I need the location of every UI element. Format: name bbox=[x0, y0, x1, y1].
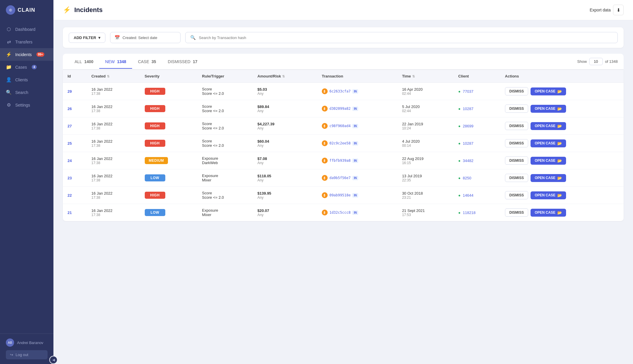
incident-id-link[interactable]: 23 bbox=[68, 176, 72, 180]
search-input[interactable] bbox=[199, 36, 613, 40]
tab-dismissed[interactable]: DISMISSED17 bbox=[162, 55, 203, 68]
sidebar-collapse-button[interactable]: ◀ bbox=[49, 356, 58, 364]
open-case-button[interactable]: OPEN CASE 📂 bbox=[531, 122, 566, 130]
rule-sub: Mixer bbox=[202, 178, 248, 182]
dismiss-button[interactable]: DISMISS bbox=[505, 105, 528, 113]
logout-icon: ↪ bbox=[10, 353, 13, 357]
tab-all[interactable]: ALL1400 bbox=[69, 55, 99, 68]
cell-severity: HIGH bbox=[140, 135, 197, 152]
dismiss-button[interactable]: DISMISS bbox=[505, 156, 528, 165]
time-time: 10:24 bbox=[402, 126, 449, 130]
sidebar-item-dashboard[interactable]: ⬡ Dashboard bbox=[0, 23, 53, 36]
amount-sub: Any bbox=[257, 144, 312, 148]
dismiss-button[interactable]: DISMISS bbox=[505, 208, 528, 217]
sort-icon[interactable]: ⇅ bbox=[282, 75, 285, 78]
cell-created: 16 Jan 2022 17:38 bbox=[87, 83, 140, 100]
col-amount-risk: Amount/Risk⇅ bbox=[253, 70, 317, 83]
incident-id-link[interactable]: 29 bbox=[68, 89, 72, 94]
col-actions: Actions bbox=[500, 70, 624, 83]
incident-id-link[interactable]: 25 bbox=[68, 141, 72, 146]
open-case-button[interactable]: OPEN CASE 📂 bbox=[531, 157, 566, 165]
open-case-button[interactable]: OPEN CASE 📂 bbox=[531, 174, 566, 182]
calendar-icon: 📅 bbox=[115, 35, 120, 40]
incident-id-link[interactable]: 21 bbox=[68, 210, 72, 215]
tx-hash[interactable]: 1d32c5ccc8 bbox=[329, 210, 351, 215]
cell-id: 29 bbox=[63, 83, 87, 100]
cell-time: 16 Apr 2020 02:44 bbox=[397, 83, 453, 100]
table-row: 25 16 Jan 2022 17:38 HIGH Score Score <=… bbox=[63, 135, 624, 152]
rule-name: Score bbox=[202, 104, 212, 109]
tx-hash[interactable]: ffbfb939a8 bbox=[329, 159, 351, 163]
open-case-button[interactable]: OPEN CASE 📂 bbox=[531, 209, 566, 217]
dismiss-button[interactable]: DISMISS bbox=[505, 174, 528, 182]
severity-badge: MEDIUM bbox=[145, 157, 168, 164]
table-row: 29 16 Jan 2022 17:38 HIGH Score Score <=… bbox=[63, 83, 624, 100]
sort-icon[interactable]: ⇅ bbox=[107, 75, 110, 78]
show-count-input[interactable] bbox=[589, 58, 603, 65]
sidebar-item-search[interactable]: 🔍 Search bbox=[0, 86, 53, 99]
cell-actions: DISMISS OPEN CASE 📂 bbox=[500, 83, 624, 100]
cell-client: ● 77037 bbox=[454, 83, 500, 100]
logout-button[interactable]: ↪ Log out bbox=[6, 350, 48, 359]
time-time: 22:35 bbox=[402, 178, 449, 182]
cell-actions: DISMISS OPEN CASE 📂 bbox=[500, 169, 624, 187]
open-case-button[interactable]: OPEN CASE 📂 bbox=[531, 139, 566, 147]
cell-time: 4 Jul 2020 00:14 bbox=[397, 135, 453, 152]
sidebar-item-clients[interactable]: 👤 Clients bbox=[0, 73, 53, 86]
incident-id-link[interactable]: 22 bbox=[68, 193, 72, 198]
tx-hash[interactable]: c98f960ad4 bbox=[329, 124, 351, 128]
tx-hash[interactable]: 02c9c2ee58 bbox=[329, 141, 351, 145]
incident-id-link[interactable]: 24 bbox=[68, 159, 72, 163]
open-case-button[interactable]: OPEN CASE 📂 bbox=[531, 191, 566, 199]
time-date: 30 Oct 2018 bbox=[402, 191, 423, 196]
bitcoin-icon: ₿ bbox=[322, 106, 328, 112]
export-icon: ⬇ bbox=[613, 5, 624, 15]
client-id-link[interactable]: 28699 bbox=[463, 124, 473, 128]
client-id-link[interactable]: 34482 bbox=[463, 159, 473, 163]
dismiss-button[interactable]: DISMISS bbox=[505, 191, 528, 199]
client-id-link[interactable]: 10287 bbox=[463, 141, 473, 146]
tab-new[interactable]: NEW1348 bbox=[99, 55, 132, 69]
tx-direction: IN bbox=[352, 124, 358, 128]
add-filter-button[interactable]: ADD FILTER ▾ bbox=[69, 33, 105, 43]
open-case-button[interactable]: OPEN CASE 📂 bbox=[531, 105, 566, 113]
tx-hash[interactable]: 6c2633cfa7 bbox=[329, 89, 351, 93]
tx-hash[interactable]: d302099a82 bbox=[329, 107, 351, 111]
dismiss-button[interactable]: DISMISS bbox=[505, 87, 528, 95]
tx-hash[interactable]: 09ab99518e bbox=[329, 193, 351, 197]
rule-sub: DarkWeb bbox=[202, 161, 248, 165]
client-id-link[interactable]: 10287 bbox=[463, 107, 473, 111]
cell-transaction: ₿ da9b5f56e7 IN bbox=[317, 169, 397, 187]
sidebar-item-cases[interactable]: 📁 Cases 4 bbox=[0, 61, 53, 73]
cell-rule: Score Score <= 2.0 bbox=[197, 117, 253, 135]
dismiss-button[interactable]: DISMISS bbox=[505, 122, 528, 130]
cell-transaction: ₿ 1d32c5ccc8 IN bbox=[317, 204, 397, 221]
date-filter[interactable]: 📅 Created: Select date bbox=[110, 32, 181, 43]
client-id-link[interactable]: 118218 bbox=[463, 210, 475, 215]
open-case-icon: 📂 bbox=[557, 210, 562, 215]
open-case-icon: 📂 bbox=[557, 89, 562, 94]
rule-name: Score bbox=[202, 87, 212, 91]
col-id: Id bbox=[63, 70, 87, 83]
export-button[interactable]: Export data ⬇ bbox=[590, 5, 624, 15]
time-time: 02:44 bbox=[402, 92, 449, 96]
sidebar-item-incidents[interactable]: ⚡ Incidents 99+ bbox=[0, 48, 53, 61]
tab-dismissed-count: 17 bbox=[193, 59, 198, 64]
cell-client: ● 28699 bbox=[454, 117, 500, 135]
client-id-link[interactable]: 14644 bbox=[463, 193, 473, 198]
sidebar-item-transfers[interactable]: ⇄ Transfers bbox=[0, 36, 53, 48]
client-id-link[interactable]: 77037 bbox=[463, 89, 473, 94]
incident-id-link[interactable]: 26 bbox=[68, 107, 72, 111]
incident-id-link[interactable]: 27 bbox=[68, 124, 72, 128]
sort-icon[interactable]: ⇅ bbox=[412, 75, 415, 78]
tx-hash[interactable]: da9b5f56e7 bbox=[329, 176, 351, 180]
dismiss-button[interactable]: DISMISS bbox=[505, 139, 528, 147]
cell-time: 5 Jul 2020 02:44 bbox=[397, 100, 453, 117]
cell-created: 16 Jan 2022 17:38 bbox=[87, 169, 140, 187]
open-case-button[interactable]: OPEN CASE 📂 bbox=[531, 87, 566, 95]
sidebar-item-settings[interactable]: ⚙ Settings bbox=[0, 99, 53, 111]
cell-actions: DISMISS OPEN CASE 📂 bbox=[500, 117, 624, 135]
tab-case[interactable]: CASE35 bbox=[132, 55, 162, 68]
client-id-link[interactable]: 8250 bbox=[463, 176, 471, 180]
severity-badge: LOW bbox=[145, 209, 165, 216]
